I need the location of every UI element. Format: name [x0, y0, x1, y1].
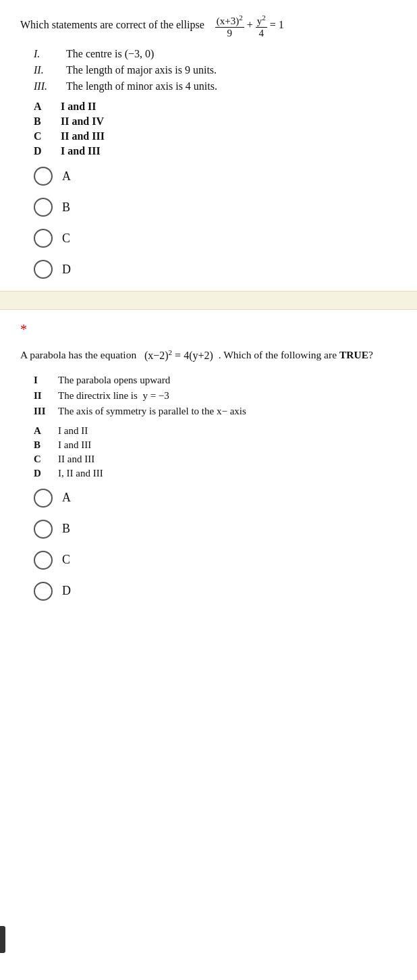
stmt-label: II	[34, 390, 58, 402]
question-1-statements: I. The centre is (−3, 0) II. The length …	[34, 48, 397, 92]
radio-circle-A[interactable]	[34, 489, 53, 508]
opt-label: B	[34, 439, 58, 451]
option-row: A I and II	[34, 101, 397, 113]
stmt-text: The centre is (−3, 0)	[66, 48, 397, 60]
required-asterisk: *	[20, 322, 397, 337]
stmt-text: The axis of symmetry is parallel to the …	[58, 406, 397, 417]
question-1-options: A I and II B II and IV C II and III D I …	[34, 101, 397, 157]
option-row: D I and III	[34, 145, 397, 157]
opt-text: I and II	[61, 101, 96, 113]
opt-label: B	[34, 115, 61, 128]
radio-label-B: B	[62, 522, 70, 536]
opt-text: II and IV	[61, 115, 104, 128]
option-row: A I and II	[34, 425, 397, 437]
opt-label: D	[34, 145, 61, 157]
radio-option-A[interactable]: A	[34, 489, 397, 508]
radio-circle-D[interactable]	[34, 582, 53, 601]
question-1-text: Which statements are correct of the elli…	[20, 13, 397, 38]
stmt-label: II.	[34, 64, 66, 76]
radio-option-D[interactable]: D	[34, 582, 397, 601]
option-row: B I and III	[34, 439, 397, 451]
radio-option-D[interactable]: D	[34, 260, 397, 279]
option-row: B II and IV	[34, 115, 397, 128]
radio-option-C[interactable]: C	[34, 551, 397, 570]
radio-label-A: A	[62, 169, 71, 184]
opt-text: II and III	[61, 130, 105, 142]
radio-circle-A[interactable]	[34, 167, 53, 186]
radio-circle-C[interactable]	[34, 229, 53, 248]
radio-option-C[interactable]: C	[34, 229, 397, 248]
question-2-text: A parabola has the equation (x−2)2 = 4(y…	[20, 347, 397, 365]
stmt-text: The length of major axis is 9 units.	[66, 64, 397, 76]
radio-label-C: C	[62, 232, 70, 246]
opt-label: A	[34, 425, 58, 437]
opt-text: II and III	[58, 454, 94, 465]
stmt-label: III	[34, 406, 58, 417]
option-row: C II and III	[34, 454, 397, 465]
equation-2: (x−2)2 = 4(y+2)	[144, 347, 213, 364]
opt-label: D	[34, 468, 58, 479]
radio-option-B[interactable]: B	[34, 520, 397, 539]
option-row: D I, II and III	[34, 468, 397, 479]
radio-option-A[interactable]: A	[34, 167, 397, 186]
opt-text: I, II and III	[58, 468, 103, 479]
question-1-prefix: Which statements are correct of the elli…	[20, 19, 204, 30]
stmt-text: The directrix line is y = −3	[58, 390, 397, 402]
stmt-label: I	[34, 375, 58, 386]
opt-text: I and III	[61, 145, 101, 157]
opt-text: I and II	[58, 425, 88, 437]
radio-label-D: D	[62, 263, 71, 277]
statement-row: III. The length of minor axis is 4 units…	[34, 80, 397, 92]
radio-label-D: D	[62, 584, 71, 598]
stmt-label: III.	[34, 80, 66, 92]
sidebar-indicator	[0, 926, 5, 953]
opt-label: C	[34, 454, 58, 465]
statement-row: I. The centre is (−3, 0)	[34, 48, 397, 60]
opt-label: C	[34, 130, 61, 142]
radio-label-A: A	[62, 491, 71, 505]
question-2-radio-options: A B C D	[34, 489, 397, 601]
question-1: Which statements are correct of the elli…	[20, 13, 397, 279]
question-2-statements: I The parabola opens upward II The direc…	[34, 375, 397, 417]
radio-circle-B[interactable]	[34, 198, 53, 217]
section-divider	[0, 291, 417, 310]
statement-row: III The axis of symmetry is parallel to …	[34, 406, 397, 417]
question-2-options: A I and II B I and III C II and III D I,…	[34, 425, 397, 479]
question-2-prefix: A parabola has the equation	[20, 349, 139, 360]
opt-label: A	[34, 101, 61, 113]
radio-label-C: C	[62, 553, 70, 567]
stmt-text: The length of minor axis is 4 units.	[66, 80, 397, 92]
radio-label-B: B	[62, 200, 70, 215]
statement-row: I The parabola opens upward	[34, 375, 397, 386]
question-2-suffix: . Which of the following are TRUE?	[219, 349, 373, 360]
radio-circle-C[interactable]	[34, 551, 53, 570]
stmt-label: I.	[34, 48, 66, 60]
option-row: C II and III	[34, 130, 397, 142]
stmt-text: The parabola opens upward	[58, 375, 397, 386]
equation-1: (x+3)2 9 + y2 4 = 1	[215, 13, 284, 38]
question-1-radio-options: A B C D	[34, 167, 397, 279]
radio-circle-B[interactable]	[34, 520, 53, 539]
radio-option-B[interactable]: B	[34, 198, 397, 217]
radio-circle-D[interactable]	[34, 260, 53, 279]
opt-text: I and III	[58, 439, 91, 451]
statement-row: II The directrix line is y = −3	[34, 390, 397, 402]
question-2: * A parabola has the equation (x−2)2 = 4…	[20, 322, 397, 601]
statement-row: II. The length of major axis is 9 units.	[34, 64, 397, 76]
